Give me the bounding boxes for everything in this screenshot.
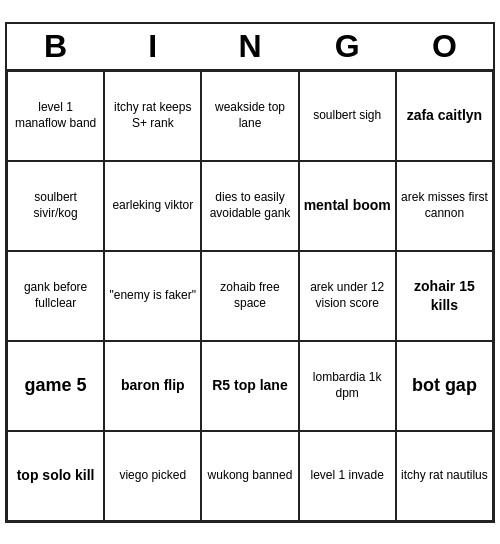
bingo-cell-20: top solo kill [7,431,104,521]
bingo-letter-b: B [11,28,101,65]
bingo-cell-17: R5 top lane [201,341,298,431]
bingo-cell-5: soulbert sivir/kog [7,161,104,251]
bingo-cell-10: gank before fullclear [7,251,104,341]
bingo-cell-14: zohair 15 kills [396,251,493,341]
bingo-cell-19: bot gap [396,341,493,431]
bingo-cell-24: itchy rat nautilus [396,431,493,521]
bingo-cell-4: zafa caitlyn [396,71,493,161]
bingo-cell-13: arek under 12 vision score [299,251,396,341]
bingo-cell-11: "enemy is faker" [104,251,201,341]
bingo-letter-g: G [302,28,392,65]
bingo-cell-15: game 5 [7,341,104,431]
bingo-cell-2: weakside top lane [201,71,298,161]
bingo-cell-6: earleking viktor [104,161,201,251]
bingo-cell-3: soulbert sigh [299,71,396,161]
bingo-cell-23: level 1 invade [299,431,396,521]
bingo-header: BINGO [7,24,493,71]
bingo-cell-0: level 1 manaflow band [7,71,104,161]
bingo-letter-n: N [205,28,295,65]
bingo-cell-1: itchy rat keeps S+ rank [104,71,201,161]
bingo-card: BINGO level 1 manaflow banditchy rat kee… [5,22,495,523]
bingo-cell-18: lombardia 1k dpm [299,341,396,431]
bingo-cell-22: wukong banned [201,431,298,521]
bingo-letter-o: O [399,28,489,65]
bingo-cell-12: zohaib free space [201,251,298,341]
bingo-cell-7: dies to easily avoidable gank [201,161,298,251]
bingo-cell-16: baron flip [104,341,201,431]
bingo-cell-9: arek misses first cannon [396,161,493,251]
bingo-letter-i: I [108,28,198,65]
bingo-cell-8: mental boom [299,161,396,251]
bingo-cell-21: viego picked [104,431,201,521]
bingo-grid: level 1 manaflow banditchy rat keeps S+ … [7,71,493,521]
